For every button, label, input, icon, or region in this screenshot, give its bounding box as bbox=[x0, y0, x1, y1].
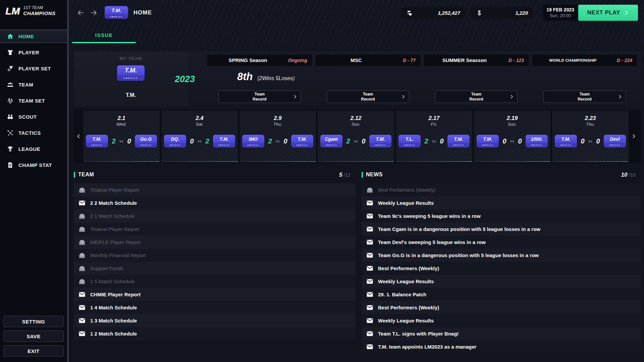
team-total-count: /12 bbox=[344, 172, 350, 178]
sidebar-item-icon bbox=[7, 33, 14, 40]
match-result: T.L. AMERICA 2 vs 0 T.M. AMERICA bbox=[396, 135, 472, 147]
home-score: 2 bbox=[267, 137, 273, 145]
match-card[interactable]: 2.4 Sat. DQ. AMERICA 0 vs 2 T.M. AMERICA bbox=[161, 111, 238, 162]
mail-icon bbox=[366, 225, 374, 233]
home-team-badge: DQ. AMERICA bbox=[164, 135, 186, 147]
mail-icon bbox=[366, 212, 374, 220]
home-team-badge: T.M. AMERICA bbox=[86, 135, 108, 147]
mail-icon bbox=[78, 238, 86, 246]
sidebar-item-team-set[interactable]: TEAM SET bbox=[0, 94, 67, 107]
match-result: Cgam AMERICA 2 vs 0 T.M. AMERICA bbox=[318, 135, 394, 147]
carousel-next-icon[interactable] bbox=[629, 110, 638, 163]
news-item[interactable]: Team Go.G is in a dangerous position wit… bbox=[362, 249, 641, 262]
match-card[interactable]: 2.9 Thu. IMO AMERICA 2 vs 0 T.M. AMERICA bbox=[239, 111, 316, 162]
news-item[interactable]: Best Performers (Weekly) bbox=[362, 183, 641, 196]
team-record-button[interactable]: Team Record bbox=[543, 90, 626, 103]
sidebar-item-icon bbox=[7, 65, 14, 72]
news-item[interactable]: Team Devl's sweeping 5 league wins in a … bbox=[362, 236, 641, 249]
season-name: SPRING Season bbox=[207, 55, 288, 66]
sidebar-item-home[interactable]: HOME bbox=[0, 29, 67, 43]
away-team-region: AMERICA bbox=[213, 143, 235, 147]
mail-item[interactable]: Monthly Financial Report bbox=[74, 249, 356, 262]
mail-item[interactable]: 1 5 Match Schedule bbox=[74, 275, 356, 288]
carousel-prev-icon[interactable] bbox=[74, 110, 83, 163]
mail-item-label: 2 2 Match Schedule bbox=[90, 200, 137, 206]
exit-button[interactable]: EXIT bbox=[3, 345, 64, 357]
news-item[interactable]: 29. 1. Balance Patch bbox=[362, 288, 641, 301]
sidebar-item-scout[interactable]: SCOUT bbox=[0, 110, 67, 123]
mail-item[interactable]: Tctaical Player Report bbox=[74, 223, 356, 236]
sidebar-item-icon bbox=[7, 49, 14, 56]
news-item[interactable]: Weekly League Results bbox=[362, 196, 641, 209]
sidebar-item-player-set[interactable]: PLAYER SET bbox=[0, 62, 67, 75]
tab-issue[interactable]: ISSUE bbox=[72, 32, 136, 43]
back-arrow-icon[interactable] bbox=[76, 9, 85, 17]
match-card[interactable]: 2.17 Fri. T.L. AMERICA 2 vs 0 T.M. AMERI… bbox=[396, 111, 472, 162]
news-item[interactable]: Best Performers (Weekly) bbox=[362, 301, 641, 314]
save-button[interactable]: SAVE bbox=[3, 330, 64, 342]
away-team-name: Devl bbox=[604, 135, 626, 143]
season-name: SUMMER Seasson bbox=[424, 55, 505, 66]
setting-button[interactable]: SETTING bbox=[3, 316, 64, 327]
match-card[interactable]: 2.23 Thu. T.M. AMERICA 0 vs 0 Devl AMERI… bbox=[552, 111, 629, 162]
news-item[interactable]: Weekly League Results bbox=[362, 314, 641, 327]
news-item[interactable]: Weekly League Results bbox=[362, 275, 641, 288]
mail-item[interactable]: Support Funds bbox=[74, 262, 356, 275]
sidebar-item-team[interactable]: TEAM bbox=[0, 78, 67, 91]
mail-item[interactable]: MEIPLE Player Report bbox=[74, 236, 356, 249]
team-record-button[interactable]: Team Record bbox=[435, 90, 518, 103]
home-team-badge: T.M. AMERICA bbox=[477, 135, 499, 147]
mail-item[interactable]: 1 3 Match Schedule bbox=[74, 314, 356, 327]
sidebar-item-label: TEAM bbox=[18, 82, 33, 87]
away-team-badge: Go.G AMERICA bbox=[135, 135, 157, 147]
news-item[interactable]: Team 9c's sweeping 5 league wins in a ro… bbox=[362, 209, 641, 223]
home-team-name: IMO bbox=[242, 135, 264, 143]
news-item[interactable]: Team Cgam is in a dangerous position wit… bbox=[362, 223, 641, 236]
chevron-right-icon bbox=[293, 95, 297, 99]
sidebar-item-player[interactable]: PLAYER bbox=[0, 46, 67, 59]
news-item[interactable]: Team T.L. signs with Player Bnag! bbox=[362, 327, 641, 340]
match-card[interactable]: 2.19 Sun. T.M. AMERICA 0 vs 0 1000. AMER… bbox=[474, 111, 550, 162]
season-column: SPRING Season Ongoing Team Record bbox=[207, 55, 312, 105]
season-header: SPRING Season Ongoing bbox=[207, 55, 312, 66]
news-total-count: /10 bbox=[629, 172, 635, 178]
sidebar-item-champ-stat[interactable]: CHAMP STAT bbox=[0, 158, 67, 172]
news-item[interactable]: T.M. team appoints LM2023 as a manager bbox=[362, 340, 641, 353]
match-card[interactable]: 2.1 Wed. T.M. AMERICA 2 vs 0 Go.G AMERIC… bbox=[83, 111, 160, 162]
news-item[interactable]: Best Performers (Weekly) bbox=[362, 262, 641, 275]
logo-text: 1ST TEAM CHAMPIONS bbox=[23, 6, 55, 16]
team-record-button[interactable]: Team Record bbox=[327, 90, 409, 103]
mail-item-label: 1 2 Match Schedule bbox=[90, 331, 137, 337]
sidebar-item-label: SCOUT bbox=[18, 114, 37, 120]
mail-item[interactable]: 1 2 Match Schedule bbox=[74, 327, 356, 340]
mail-item[interactable]: 2 1 Match Schedule bbox=[74, 209, 356, 223]
home-team-region: AMERICA bbox=[398, 143, 421, 147]
home-team-region: AMERICA bbox=[164, 143, 186, 147]
away-team-badge: T.M. AMERICA bbox=[447, 135, 470, 147]
team-record-button[interactable]: Team Record bbox=[218, 90, 301, 103]
season-column: SUMMER Seasson D - 123 Team Record bbox=[424, 55, 529, 105]
next-play-button[interactable]: NEXT PLAY bbox=[578, 5, 638, 21]
match-day: Wed. bbox=[83, 122, 160, 127]
sidebar-item-league[interactable]: LEAGUE bbox=[0, 142, 67, 156]
current-time: Sun. 20:00 bbox=[550, 13, 571, 18]
season-column: WORLD CHAMPIONSHIP D - 224 Team Record bbox=[532, 55, 637, 105]
mail-item[interactable]: 2 2 Match Schedule bbox=[74, 196, 356, 209]
sidebar-item-label: LEAGUE bbox=[18, 146, 40, 152]
mail-item[interactable]: Tctaical Player Report bbox=[74, 183, 356, 196]
sidebar-item-tactics[interactable]: TACTICS bbox=[0, 126, 67, 139]
coins-icon bbox=[406, 10, 413, 16]
mail-item[interactable]: CHMIE Player Report bbox=[74, 288, 356, 301]
mail-item-label: 1 5 Match Schedule bbox=[90, 279, 135, 284]
mail-item-label: 1 4 Match Schedule bbox=[90, 305, 137, 310]
chevron-right-icon bbox=[618, 95, 622, 99]
match-card[interactable]: 2.12 Sun. Cgam AMERICA 2 vs 0 T.M. AMERI… bbox=[318, 111, 394, 162]
forward-arrow-icon[interactable] bbox=[90, 9, 98, 17]
mail-icon bbox=[78, 291, 86, 298]
away-score: 0 bbox=[361, 137, 366, 145]
home-team-badge: T.M. AMERICA bbox=[555, 135, 577, 147]
mail-item[interactable]: 1 4 Match Schedule bbox=[74, 301, 356, 314]
mail-icon bbox=[78, 330, 86, 338]
home-team-name: T.M. bbox=[477, 135, 499, 143]
match-date: 2.17 bbox=[396, 115, 472, 122]
